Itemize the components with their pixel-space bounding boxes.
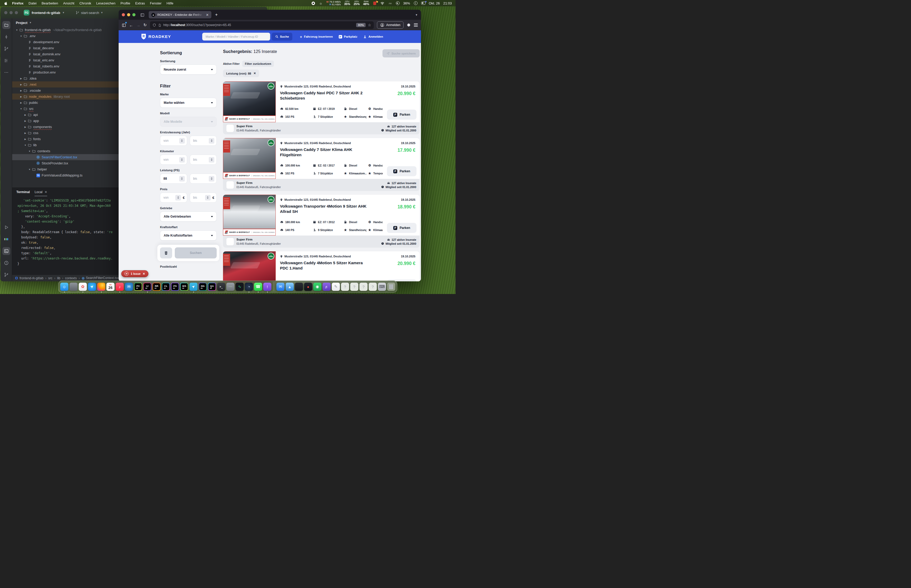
dealer-row[interactable]: Super Firm01445 Radebeul5, Fahrzeughändl… xyxy=(223,236,420,248)
filter-select-getriebe[interactable]: Alle Getriebearten xyxy=(160,212,217,221)
dock-item-music-purple[interactable]: ♬ xyxy=(323,283,331,291)
stepper-icon[interactable] xyxy=(209,157,214,163)
tree-chevron-icon[interactable]: ▶ xyxy=(19,89,23,92)
sidebar-icon[interactable] xyxy=(140,12,144,17)
number-input-von[interactable]: von xyxy=(160,136,187,146)
park-button[interactable]: PParken xyxy=(387,110,416,120)
number-input-bis[interactable]: bis xyxy=(190,174,217,184)
zoom-level-badge[interactable]: 80% xyxy=(356,23,366,27)
park-button[interactable]: PParken xyxy=(387,166,416,176)
dock-item-music[interactable]: ♪ xyxy=(116,283,124,291)
breadcrumb-item[interactable]: lib xyxy=(57,276,60,280)
sort-select[interactable]: Neueste zuerst xyxy=(160,65,217,74)
dock-item-finder[interactable]: ☺ xyxy=(60,283,68,291)
filter-select-kraftstoffart[interactable]: Alle Kraftstoffarten xyxy=(160,231,217,241)
dock-item-activity[interactable]: ∿ xyxy=(236,283,244,291)
display-brightness-icon[interactable]: ☼ xyxy=(319,1,323,5)
tree-chevron-icon[interactable]: ▶ xyxy=(23,113,28,116)
gpu-stat[interactable]: GPU25% xyxy=(353,0,359,6)
new-tab-button[interactable]: + xyxy=(215,12,218,18)
menu-item-hilfe[interactable]: Hilfe xyxy=(167,1,173,5)
time-machine-icon[interactable]: ! xyxy=(414,1,418,5)
menu-item-lesezeichen[interactable]: Lesezeichen xyxy=(96,1,115,5)
page-icon[interactable] xyxy=(158,23,161,27)
ide-project-name[interactable]: frontend-rk-gitlab xyxy=(32,11,60,15)
browser-zoom-button[interactable] xyxy=(132,13,136,16)
vcs-tool-icon[interactable] xyxy=(2,45,10,53)
menu-item-fenster[interactable]: Fenster xyxy=(150,1,162,5)
tree-chevron-icon[interactable]: ▶ xyxy=(23,138,28,141)
close-icon[interactable]: ✕ xyxy=(254,72,256,75)
apple-menu-icon[interactable] xyxy=(4,1,8,5)
dock-item-unknown-2[interactable]: ? xyxy=(350,283,359,291)
stepper-icon[interactable] xyxy=(179,157,185,163)
dealer-row[interactable]: Super Firm01445 Radebeul5, Fahrzeughändl… xyxy=(223,122,420,134)
breadcrumb-item[interactable]: src xyxy=(48,276,52,280)
dealer-row[interactable]: Super Firm01445 Radebeul5, Fahrzeughändl… xyxy=(223,179,420,191)
close-icon[interactable]: ✕ xyxy=(45,190,47,194)
stepper-icon[interactable] xyxy=(179,138,185,144)
url-text[interactable]: http://localhost:3000/suche/1?power|min=… xyxy=(163,23,354,27)
dock-item-webstorm[interactable]: WS xyxy=(180,283,188,291)
close-icon[interactable]: ✕ xyxy=(142,272,145,276)
tree-chevron-icon[interactable]: ▼ xyxy=(28,168,32,171)
tree-chevron-icon[interactable]: ▶ xyxy=(23,120,28,122)
bookmark-star-icon[interactable]: ☆ xyxy=(368,23,371,27)
dock-item-intellij-idea[interactable]: IJ xyxy=(143,283,152,291)
back-button[interactable]: ← xyxy=(129,23,133,27)
terminal-tab-local[interactable]: Local ✕ xyxy=(34,188,47,196)
dock-item-obs[interactable]: ● xyxy=(304,283,312,291)
ram-stat[interactable]: RAM48% xyxy=(363,0,369,6)
dock-item-whatsapp[interactable]: ☎ xyxy=(254,283,262,291)
dock-item-clion[interactable]: CL xyxy=(162,283,170,291)
filter-select-marke[interactable]: Marke wählen xyxy=(160,98,217,108)
number-input-bis[interactable]: bis€ xyxy=(190,192,217,203)
extensions-puzzle-icon[interactable] xyxy=(407,23,411,27)
tree-chevron-icon[interactable]: ▶ xyxy=(19,102,23,104)
ide-branch-widget[interactable]: start-search ▼ xyxy=(76,11,103,15)
reset-filters-button[interactable]: Filter zurücksetzen xyxy=(242,61,274,67)
wifi-icon[interactable] xyxy=(380,1,385,5)
dock-item-firefox[interactable] xyxy=(97,283,105,291)
dock-item-preview[interactable]: ▲ xyxy=(286,283,294,291)
save-search-button[interactable]: Suche speichern xyxy=(382,49,420,57)
dock-item-telegram[interactable]: ➤ xyxy=(189,283,198,291)
ide-minimize-button[interactable] xyxy=(10,11,13,14)
clear-filters-button[interactable] xyxy=(160,247,172,258)
menu-item-profile[interactable]: Profile xyxy=(120,1,130,5)
dock-item-phpstorm[interactable]: PS xyxy=(171,283,179,291)
breadcrumb-item[interactable]: SearchFilterContext.tsx xyxy=(81,276,119,280)
dock-item-unknown-1[interactable]: ? xyxy=(341,283,349,291)
ide-zoom-button[interactable] xyxy=(15,11,18,14)
airpods-icon[interactable]: ∩∩ xyxy=(388,1,392,5)
site-search-button[interactable]: Suche xyxy=(272,33,293,40)
url-bar[interactable]: http://localhost:3000/suche/1?power|min=… xyxy=(150,21,374,29)
number-input-von[interactable]: von xyxy=(160,155,187,165)
menu-item-chronik[interactable]: Chronik xyxy=(79,1,91,5)
dock-item-aqua[interactable]: QA xyxy=(208,283,216,291)
filter-chip-leistung[interactable]: Leistung (von): 88✕ xyxy=(223,69,259,77)
dock-item-thunderbird[interactable]: ✉ xyxy=(125,283,133,291)
dock-item-messages[interactable]: ⋯ xyxy=(227,283,235,291)
listing-card[interactable]: ▲DEKRABAIER & BIERWOLFDRESDEN | TEL: 035… xyxy=(223,81,420,122)
run-tool-icon[interactable] xyxy=(2,223,10,231)
number-input-von[interactable]: von€ xyxy=(160,192,187,203)
stepper-icon[interactable] xyxy=(179,176,185,181)
dock-item-photos[interactable]: ✿ xyxy=(79,283,87,291)
dock-item-trash[interactable] xyxy=(387,283,395,291)
menu-item-firefox[interactable]: Firefox xyxy=(12,1,23,5)
more-tools-icon[interactable] xyxy=(2,68,10,76)
shield-icon[interactable] xyxy=(153,23,156,27)
terminal-panel-title[interactable]: Terminal xyxy=(16,190,30,194)
problems-tool-icon[interactable] xyxy=(2,259,10,267)
screen-record-icon[interactable] xyxy=(311,1,315,5)
number-input-bis[interactable]: bis xyxy=(190,136,217,146)
menu-item-ansicht[interactable]: Ansicht xyxy=(63,1,74,5)
dock-item-safari[interactable]: ➤ xyxy=(88,283,96,291)
ide-close-button[interactable] xyxy=(4,11,7,14)
cpu-stat[interactable]: CPU35% xyxy=(344,0,350,6)
stepper-icon[interactable] xyxy=(205,195,210,200)
site-search-input[interactable]: Marke / Modell / Händler / Fahrzeug-ID xyxy=(202,33,270,40)
dock-item-pycharm[interactable]: PC xyxy=(134,283,142,291)
site-signin-link[interactable]: Anmelden xyxy=(363,35,383,39)
